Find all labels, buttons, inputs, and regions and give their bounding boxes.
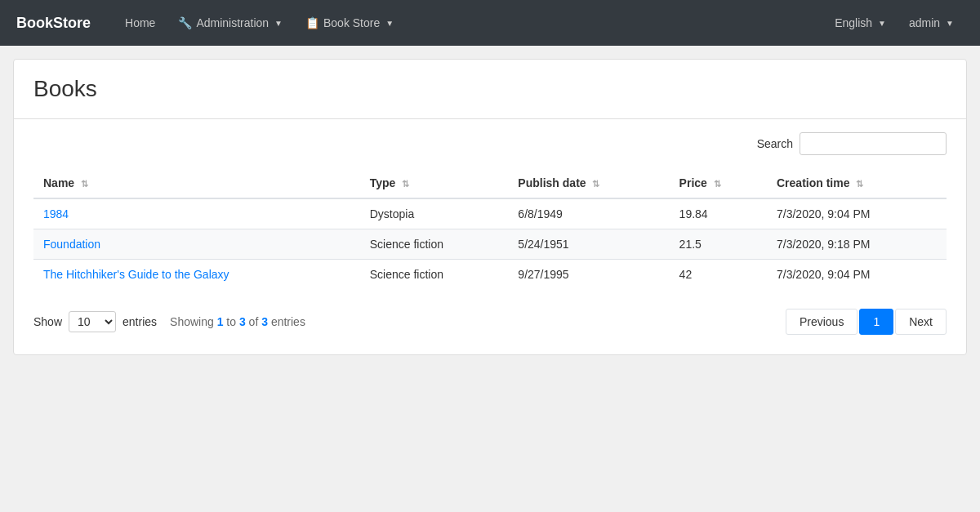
show-entries: Show 10 25 50 100 entries — [33, 311, 157, 332]
cell-type: Dystopia — [360, 198, 509, 229]
books-table: Name ⇅ Type ⇅ Publish date ⇅ Price ⇅ — [33, 168, 947, 289]
search-input[interactable] — [800, 132, 947, 155]
wrench-icon: 🔧 — [178, 16, 192, 29]
showing-to-label: to — [226, 315, 239, 328]
col-type-sort-icon: ⇅ — [402, 179, 409, 189]
showing-total: 3 — [261, 315, 268, 328]
cell-price: 42 — [670, 260, 767, 290]
administration-caret-icon: ▼ — [274, 19, 283, 28]
col-price[interactable]: Price ⇅ — [670, 168, 767, 198]
col-creation-time-label: Creation time — [777, 176, 849, 189]
previous-button[interactable]: Previous — [786, 309, 858, 335]
showing-prefix: Showing — [170, 315, 217, 328]
nav-administration-label: Administration — [196, 16, 269, 29]
page-title-section: Books — [14, 60, 966, 119]
cell-name[interactable]: The Hitchhiker's Guide to the Galaxy — [33, 260, 360, 290]
col-name-sort-icon: ⇅ — [81, 179, 88, 189]
nav-english[interactable]: English ▼ — [825, 10, 896, 36]
col-publish-date[interactable]: Publish date ⇅ — [508, 168, 669, 198]
entries-label: entries — [122, 315, 157, 328]
col-publish-date-label: Publish date — [518, 176, 586, 189]
nav-bookstore[interactable]: 📋 Book Store ▼ — [296, 10, 403, 36]
nav-admin[interactable]: admin ▼ — [899, 10, 964, 36]
cell-price: 21.5 — [670, 229, 767, 260]
cell-creation-time: 7/3/2020, 9:18 PM — [767, 229, 947, 260]
cell-publish-date: 5/24/1951 — [508, 229, 669, 260]
english-caret-icon: ▼ — [878, 19, 886, 28]
page-title: Books — [33, 76, 947, 102]
table-footer: Show 10 25 50 100 entries Showing 1 to 3… — [33, 309, 947, 335]
bookstore-icon: 📋 — [305, 16, 319, 29]
table-row: Foundation Science fiction 5/24/1951 21.… — [33, 229, 947, 260]
navbar: BookStore Home 🔧 Administration ▼ 📋 Book… — [0, 0, 980, 46]
col-creation-time[interactable]: Creation time ⇅ — [767, 168, 947, 198]
search-label: Search — [757, 137, 793, 150]
col-name[interactable]: Name ⇅ — [33, 168, 360, 198]
col-publish-date-sort-icon: ⇅ — [592, 179, 599, 189]
search-row: Search — [33, 132, 947, 155]
entries-select[interactable]: 10 25 50 100 — [69, 311, 116, 332]
nav-admin-label: admin — [909, 16, 940, 29]
showing-suffix: entries — [271, 315, 305, 328]
showing-of-label: of — [249, 315, 262, 328]
col-type[interactable]: Type ⇅ — [360, 168, 509, 198]
col-price-sort-icon: ⇅ — [714, 179, 721, 189]
table-header: Name ⇅ Type ⇅ Publish date ⇅ Price ⇅ — [33, 168, 947, 198]
table-row: 1984 Dystopia 6/8/1949 19.84 7/3/2020, 9… — [33, 198, 947, 229]
col-name-label: Name — [43, 176, 74, 189]
table-section: Search Name ⇅ Type ⇅ Publish date — [14, 119, 966, 354]
table-row: The Hitchhiker's Guide to the Galaxy Sci… — [33, 260, 947, 290]
nav-bookstore-label: Book Store — [323, 16, 380, 29]
col-creation-time-sort-icon: ⇅ — [856, 179, 863, 189]
admin-caret-icon: ▼ — [946, 19, 954, 28]
nav-english-label: English — [835, 16, 872, 29]
cell-type: Science fiction — [360, 260, 509, 290]
cell-creation-time: 7/3/2020, 9:04 PM — [767, 198, 947, 229]
next-button[interactable]: Next — [895, 309, 947, 335]
nav-home-label: Home — [125, 16, 155, 29]
show-label: Show — [33, 315, 62, 328]
page-1-button[interactable]: 1 — [859, 309, 893, 335]
pagination: Previous 1 Next — [786, 309, 947, 335]
main-container: Books Search Name ⇅ Type ⇅ — [13, 59, 967, 355]
nav-administration[interactable]: 🔧 Administration ▼ — [168, 10, 292, 36]
showing-from: 1 — [217, 315, 224, 328]
bookstore-caret-icon: ▼ — [385, 19, 394, 28]
showing-to: 3 — [239, 315, 246, 328]
nav-home[interactable]: Home — [115, 10, 165, 36]
cell-publish-date: 6/8/1949 — [508, 198, 669, 229]
cell-creation-time: 7/3/2020, 9:04 PM — [767, 260, 947, 290]
cell-type: Science fiction — [360, 229, 509, 260]
showing-info: Showing 1 to 3 of 3 entries — [170, 315, 305, 328]
cell-name[interactable]: Foundation — [33, 229, 360, 260]
cell-price: 19.84 — [670, 198, 767, 229]
cell-name[interactable]: 1984 — [33, 198, 360, 229]
col-type-label: Type — [370, 176, 396, 189]
navbar-nav: Home 🔧 Administration ▼ 📋 Book Store ▼ — [115, 10, 825, 36]
navbar-right: English ▼ admin ▼ — [825, 10, 964, 36]
navbar-brand[interactable]: BookStore — [16, 15, 91, 32]
show-entries-row: Show 10 25 50 100 entries Showing 1 to 3… — [33, 311, 305, 332]
table-body: 1984 Dystopia 6/8/1949 19.84 7/3/2020, 9… — [33, 198, 947, 289]
cell-publish-date: 9/27/1995 — [508, 260, 669, 290]
col-price-label: Price — [679, 176, 707, 189]
